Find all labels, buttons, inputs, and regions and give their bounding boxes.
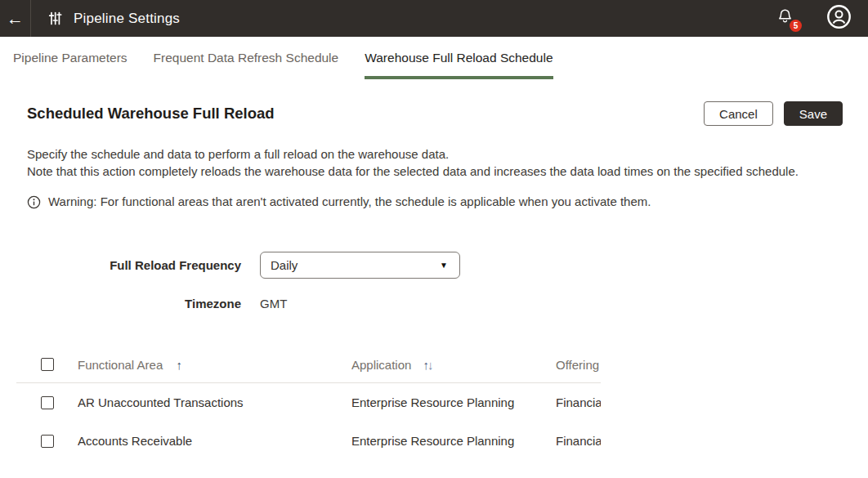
table-row[interactable]: AR Unaccounted Transactions Enterprise R… <box>16 383 601 422</box>
table-row[interactable]: Accounts Receivable Enterprise Resource … <box>16 422 601 460</box>
cell-functional-area: Accounts Receivable <box>78 434 351 448</box>
info-icon <box>27 195 41 209</box>
cancel-button[interactable]: Cancel <box>704 101 773 126</box>
avatar-icon <box>826 4 852 33</box>
frequency-label: Full Reload Frequency <box>27 258 241 272</box>
notifications-button[interactable]: 5 <box>776 7 794 29</box>
functional-areas-table: Functional Area ↑ Application ↑↓ Offerin… <box>16 346 601 460</box>
table-header-row: Functional Area ↑ Application ↑↓ Offerin… <box>16 346 601 383</box>
main-content: Scheduled Warehouse Full Reload Cancel S… <box>0 101 868 460</box>
cell-offering: Financials <box>556 395 601 409</box>
sort-toggle-icon[interactable]: ↑↓ <box>423 358 432 372</box>
row-select-checkbox[interactable] <box>41 435 54 448</box>
user-menu-button[interactable] <box>826 4 852 33</box>
full-reload-frequency-select[interactable]: Daily ▼ <box>260 252 460 279</box>
back-arrow-icon: ← <box>7 9 24 29</box>
settings-tab-bar: Pipeline Parameters Frequent Data Refres… <box>0 37 868 79</box>
frequency-selected-value: Daily <box>271 258 298 272</box>
column-header-functional-area[interactable]: Functional Area <box>78 358 163 372</box>
page-title: Scheduled Warehouse Full Reload <box>27 105 275 123</box>
timezone-value: GMT <box>260 297 287 310</box>
cell-application: Enterprise Resource Planning <box>351 395 556 409</box>
description-line-2: Note that this action completely reloads… <box>27 163 843 181</box>
reload-schedule-form: Full Reload Frequency Daily ▼ Timezone G… <box>27 252 843 310</box>
cell-offering: Financials <box>556 434 601 448</box>
warning-text: Warning: For functional areas that aren'… <box>48 194 651 208</box>
pipeline-settings-icon <box>47 11 63 26</box>
timezone-label: Timezone <box>27 297 241 310</box>
notification-badge: 5 <box>790 20 802 32</box>
cell-functional-area: AR Unaccounted Transactions <box>78 395 351 409</box>
column-header-application[interactable]: Application <box>351 358 411 372</box>
chevron-down-icon: ▼ <box>440 261 448 270</box>
save-button[interactable]: Save <box>784 101 843 126</box>
page-header-title: Pipeline Settings <box>74 11 180 27</box>
row-select-checkbox[interactable] <box>41 396 54 409</box>
tab-pipeline-parameters[interactable]: Pipeline Parameters <box>13 51 128 79</box>
tab-frequent-data-refresh-schedule[interactable]: Frequent Data Refresh Schedule <box>154 51 339 79</box>
warning-message: Warning: For functional areas that aren'… <box>27 194 843 209</box>
page-description: Specify the schedule and data to perform… <box>27 146 843 180</box>
sort-ascending-icon[interactable]: ↑ <box>176 358 182 372</box>
cell-application: Enterprise Resource Planning <box>351 434 556 448</box>
column-header-offering[interactable]: Offering <box>556 358 599 372</box>
app-header: ← Pipeline Settings 5 <box>0 0 868 37</box>
tab-warehouse-full-reload-schedule[interactable]: Warehouse Full Reload Schedule <box>365 51 553 79</box>
back-button[interactable]: ← <box>0 0 31 37</box>
select-all-checkbox[interactable] <box>41 358 54 371</box>
description-line-1: Specify the schedule and data to perform… <box>27 146 843 163</box>
